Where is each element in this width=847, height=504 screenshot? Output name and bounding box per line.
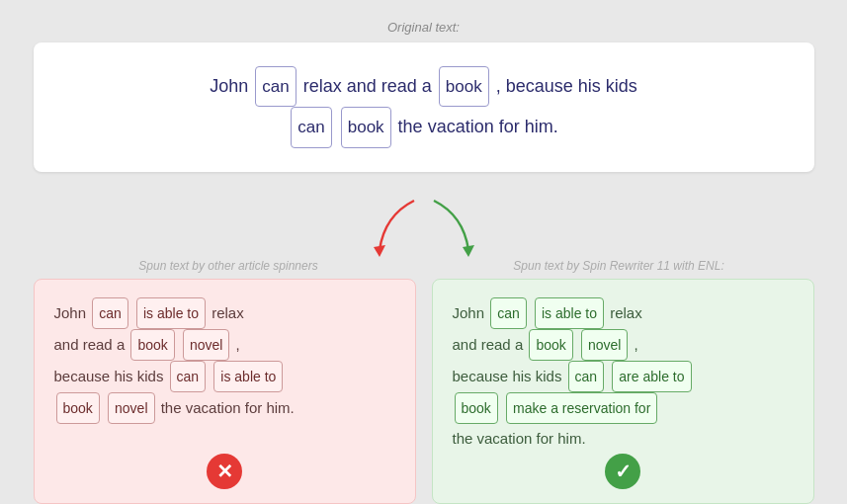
original-line2: can book the vacation for him. xyxy=(73,107,775,147)
good-spun-box: John can is able to relax and read a boo… xyxy=(432,279,814,504)
good-and-read: and read a xyxy=(453,336,524,353)
bad-can2-badge[interactable]: can xyxy=(170,361,207,392)
arrows-container xyxy=(34,196,814,255)
bad-spun-box: John can is able to relax and read a boo… xyxy=(34,279,416,504)
good-comma1: , xyxy=(635,336,638,353)
original-can2-badge[interactable]: can xyxy=(291,107,331,147)
bad-book2-badge[interactable]: book xyxy=(56,392,100,424)
original-line1: John can relax and read a book , because… xyxy=(73,66,775,107)
good-rest: the vacation for him. xyxy=(453,430,586,447)
bad-able2-badge[interactable]: is able to xyxy=(213,361,283,392)
original-book-badge[interactable]: book xyxy=(439,66,489,107)
section-labels: Spun text by other article spinners Spun… xyxy=(34,259,814,273)
good-relax: relax xyxy=(610,304,642,321)
bad-icon-circle: ✕ xyxy=(207,454,242,489)
bad-can1-badge[interactable]: can xyxy=(92,297,128,329)
bad-because: because his kids xyxy=(54,368,164,384)
bad-novel1-badge[interactable]: novel xyxy=(183,329,229,361)
bad-john: John xyxy=(54,304,87,321)
svg-marker-1 xyxy=(463,245,474,257)
original-line2-after: the vacation for him. xyxy=(398,117,558,136)
good-can2-badge[interactable]: can xyxy=(568,361,605,392)
bad-section-label: Spun text by other article spinners xyxy=(34,259,424,273)
arrows-svg xyxy=(325,196,523,260)
good-john: John xyxy=(453,304,485,321)
good-book2-badge[interactable]: book xyxy=(455,392,498,424)
bad-able1-badge[interactable]: is able to xyxy=(136,297,206,329)
bad-rest: the vacation for him. xyxy=(161,399,295,416)
original-after-text: , because his kids xyxy=(496,76,637,96)
bad-book1-badge[interactable]: book xyxy=(130,329,174,361)
bottom-section: John can is able to relax and read a boo… xyxy=(34,279,814,504)
good-able1-badge[interactable]: is able to xyxy=(535,297,604,329)
original-can-badge[interactable]: can xyxy=(255,66,296,107)
good-icon-circle: ✓ xyxy=(605,454,640,489)
good-novel1-badge[interactable]: novel xyxy=(581,329,628,361)
good-section-label: Spun text by Spin Rewriter 11 with ENL: xyxy=(424,259,814,273)
original-label: Original text: xyxy=(387,20,460,35)
bad-relax: relax xyxy=(212,304,244,321)
bad-and-read: and read a xyxy=(54,336,126,353)
good-book1-badge[interactable]: book xyxy=(529,329,572,361)
original-relax-text: relax and read a xyxy=(303,76,432,96)
original-book2-badge[interactable]: book xyxy=(341,107,391,147)
good-able2-badge[interactable]: are able to xyxy=(612,361,691,392)
svg-marker-0 xyxy=(374,245,385,257)
good-because: because his kids xyxy=(453,368,562,384)
original-text-box: John can relax and read a book , because… xyxy=(34,42,814,172)
original-john: John xyxy=(210,76,248,96)
bad-comma1: , xyxy=(236,336,240,353)
good-reservation-badge[interactable]: make a reservation for xyxy=(506,392,657,424)
good-can1-badge[interactable]: can xyxy=(490,297,527,329)
bad-novel2-badge[interactable]: novel xyxy=(108,392,154,424)
